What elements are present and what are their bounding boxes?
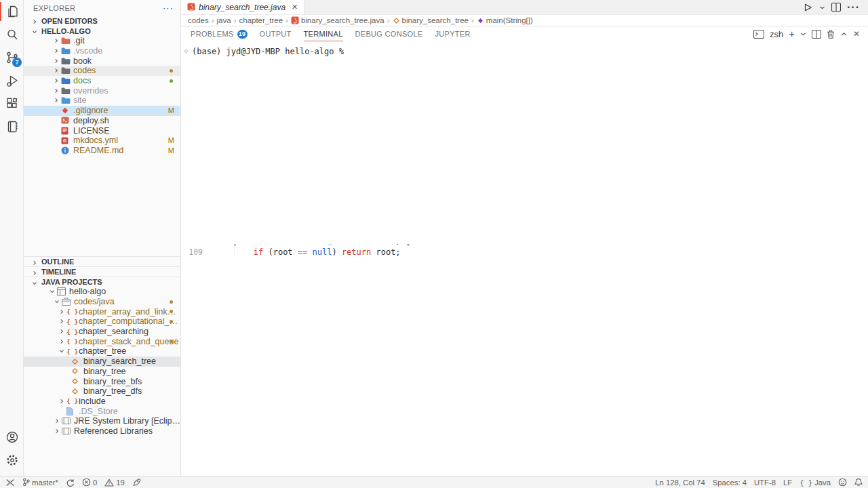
- status-spaces-4[interactable]: Spaces: 4: [713, 479, 747, 487]
- status-sync[interactable]: [66, 479, 75, 487]
- tree-item-chapter-computational-complexity[interactable]: { }chapter_computational_complexity: [24, 317, 180, 327]
- more-icon[interactable]: ···: [847, 1, 860, 14]
- breadcrumb-main-string[interactable]: main(String[]): [477, 16, 533, 24]
- section-root-folder[interactable]: HELLO-ALGO: [24, 26, 180, 36]
- activity-settings-icon[interactable]: [0, 449, 24, 472]
- plus-icon[interactable]: +: [789, 30, 795, 37]
- tree-item-label: site: [73, 96, 86, 105]
- tree-item-license[interactable]: LICENSE: [24, 125, 180, 136]
- tree-item-chapter-array-and-linkedlist[interactable]: { }chapter_array_and_linkedlist: [24, 306, 180, 317]
- tree-item-site[interactable]: site: [24, 96, 180, 106]
- breadcrumb-java[interactable]: java: [217, 16, 231, 24]
- status-warning[interactable]: 19: [104, 479, 125, 487]
- class-icon: [71, 378, 83, 385]
- terminal[interactable]: (base) jyd@JYD-MBP hello-algo %: [181, 41, 868, 56]
- bottom-panel: PROBLEMS19OUTPUTTERMINALDEBUG CONSOLEJUP…: [181, 26, 868, 244]
- status-bell[interactable]: [854, 478, 863, 487]
- editor-actions: ···: [803, 0, 868, 14]
- breadcrumb-separator: ›: [471, 16, 474, 24]
- activity-extensions-icon[interactable]: [0, 92, 24, 115]
- section-timeline[interactable]: TIMELINE: [24, 266, 180, 277]
- status-remote[interactable]: [5, 479, 15, 487]
- tree-item-hello-algo[interactable]: hello-algo: [24, 287, 180, 297]
- braces-icon: { }: [800, 479, 812, 487]
- panel-tab-terminal[interactable]: TERMINAL: [304, 26, 343, 41]
- tree-item-binary-tree[interactable]: binary_tree: [24, 367, 180, 377]
- tab-close-icon[interactable]: ✕: [292, 3, 298, 12]
- split-icon[interactable]: [831, 3, 841, 12]
- chevron-up-icon[interactable]: [840, 31, 848, 37]
- tree-item-label: JRE System Library [Eclipse Temurin 17 […: [74, 416, 180, 426]
- git-status-dot: [170, 69, 173, 73]
- tree-item-binary-tree-dfs[interactable]: binary_tree_dfs: [24, 386, 180, 396]
- explorer-more-actions-icon[interactable]: ···: [163, 3, 174, 13]
- section-outline[interactable]: OUTLINE: [24, 256, 180, 266]
- status-braces[interactable]: { }Java: [800, 479, 831, 487]
- activity-search-icon[interactable]: [0, 23, 24, 46]
- status-ln-128-col-74[interactable]: Ln 128, Col 74: [655, 479, 705, 487]
- activity-files-icon[interactable]: [0, 0, 24, 23]
- tree-item-ds-store[interactable]: .DS_Store: [24, 406, 180, 416]
- tree-item-codes-java[interactable]: codes/java: [24, 297, 180, 307]
- chevron-down-icon[interactable]: [800, 31, 806, 37]
- tree-item-mkdocs-yml[interactable]: mkdocs.ymlM: [24, 136, 180, 146]
- activity-account-icon[interactable]: [0, 426, 24, 449]
- tree-item-docs[interactable]: docs: [24, 76, 180, 86]
- section-open-editors[interactable]: OPEN EDITORS: [24, 16, 180, 26]
- chevron-right-icon: [54, 68, 61, 73]
- breadcrumb-separator: ›: [387, 16, 390, 24]
- tree-item-referenced-libraries[interactable]: Referenced Libraries: [24, 426, 180, 436]
- tree-item-book[interactable]: book: [24, 56, 180, 66]
- terminal-box-icon[interactable]: [753, 30, 764, 39]
- breadcrumb-binary-search-tree-java[interactable]: binary_search_tree.java: [291, 16, 384, 24]
- tree-item-jre-system-library-eclipse-temurin-17-17[interactable]: JRE System Library [Eclipse Temurin 17 […: [24, 416, 180, 426]
- folder-icon: [61, 57, 73, 65]
- tree-item-include[interactable]: { }include: [24, 396, 180, 407]
- sidebar-explorer: EXPLORER ··· OPEN EDITORS HELLO-ALGO .gi…: [24, 0, 181, 476]
- status-feedback[interactable]: [838, 478, 847, 487]
- tree-item-vscode[interactable]: .vscode: [24, 46, 180, 56]
- section-java-projects[interactable]: JAVA PROJECTS: [24, 277, 180, 287]
- tree-item-chapter-tree[interactable]: { }chapter_tree: [24, 346, 180, 357]
- status-bar: master*019 Ln 128, Col 74Spaces: 4UTF-8L…: [0, 476, 868, 488]
- status-lf[interactable]: LF: [783, 479, 792, 487]
- tree-item-deploy-sh[interactable]: deploy.sh: [24, 116, 180, 126]
- tree-item-codes[interactable]: codes: [24, 66, 180, 76]
- breadcrumb-binary-search-tree[interactable]: binary_search_tree: [393, 16, 469, 24]
- tree-item-git[interactable]: .git: [24, 36, 180, 46]
- panel-tab-problems[interactable]: PROBLEMS19: [191, 26, 248, 41]
- tree-item-readme-md[interactable]: README.mdM: [24, 146, 180, 156]
- status-utf-8[interactable]: UTF-8: [754, 479, 776, 487]
- activity-source-control-icon[interactable]: 7: [0, 46, 24, 69]
- activity-notebook-icon[interactable]: [0, 115, 24, 138]
- chevron-down-icon[interactable]: [819, 5, 825, 10]
- panel-tab-output[interactable]: OUTPUT: [260, 26, 292, 41]
- breadcrumb-codes[interactable]: codes: [188, 16, 209, 24]
- chevron-right-icon: [59, 309, 66, 314]
- run-icon[interactable]: [803, 3, 813, 12]
- tree-item-overrides[interactable]: overrides: [24, 85, 180, 96]
- tab-binary-search-tree-java[interactable]: binary_search_tree.java ✕: [181, 0, 304, 14]
- braces-icon: { }: [66, 318, 79, 325]
- tree-item-binary-tree-bfs[interactable]: binary_tree_bfs: [24, 376, 180, 386]
- tree-item-binary-search-tree[interactable]: binary_search_tree: [24, 357, 180, 367]
- chevron-down-icon: [50, 289, 57, 294]
- tree-item-chapter-stack-and-queue[interactable]: { }chapter_stack_and_queue: [24, 336, 180, 346]
- activity-run-debug-icon[interactable]: [0, 69, 24, 92]
- tree-item-label: chapter_stack_and_queue: [79, 337, 178, 346]
- tree-item-chapter-searching[interactable]: { }chapter_searching: [24, 327, 180, 337]
- panel-tab-debug-console[interactable]: DEBUG CONSOLE: [355, 26, 423, 41]
- close-icon[interactable]: ✕: [853, 29, 860, 39]
- panel-tab-jupyter[interactable]: JUPYTER: [435, 26, 470, 41]
- shell-selector[interactable]: zsh: [770, 29, 783, 39]
- code-line-109: 109if (root == null) return root;: [181, 247, 868, 258]
- tree-item-gitignore[interactable]: .gitignoreM: [24, 106, 180, 116]
- status-branch[interactable]: master*: [22, 478, 58, 487]
- tree-item-label: chapter_computational_complexity: [79, 317, 180, 326]
- split-panel-icon[interactable]: [812, 30, 821, 39]
- breadcrumb-chapter-tree[interactable]: chapter_tree: [239, 16, 283, 24]
- status-rocket[interactable]: [132, 478, 141, 487]
- trash-icon[interactable]: [827, 30, 835, 39]
- status-error[interactable]: 0: [82, 478, 97, 487]
- git-status-dot: [170, 300, 173, 304]
